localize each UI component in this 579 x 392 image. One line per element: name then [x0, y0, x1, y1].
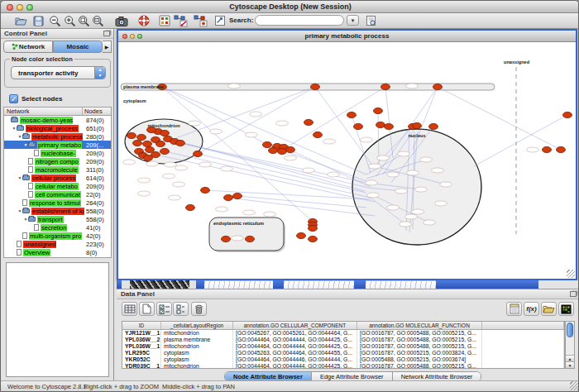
- gene-label-node[interactable]: [412, 209, 424, 214]
- tree-row[interactable]: cell communicat22(0): [4, 190, 111, 198]
- gene-label-node[interactable]: [246, 132, 258, 137]
- gene-node[interactable]: [376, 122, 385, 127]
- gene-label-node[interactable]: [367, 193, 380, 198]
- gene-label-node[interactable]: [169, 195, 181, 200]
- tree-row[interactable]: cellular metabo209(0): [4, 182, 111, 190]
- tab-mosaic[interactable]: Mosaic: [53, 41, 103, 53]
- gene-label-node[interactable]: [400, 222, 412, 227]
- gene-label-node[interactable]: [285, 155, 297, 160]
- select-nodes-row[interactable]: ✓ Select nodes: [9, 93, 62, 103]
- heatmap-icon[interactable]: [558, 302, 574, 316]
- gene-node[interactable]: [374, 108, 383, 113]
- snapshot-icon[interactable]: [114, 14, 129, 27]
- nucleus-region[interactable]: [352, 129, 481, 245]
- search-dropdown-icon[interactable]: ▼: [347, 15, 359, 26]
- gene-node[interactable]: [309, 225, 318, 231]
- gene-node[interactable]: [543, 146, 552, 152]
- gene-label-node[interactable]: [361, 137, 373, 142]
- scroll-up-icon[interactable]: ▲: [566, 355, 574, 361]
- tree-row[interactable]: response to stimul264(0): [4, 198, 111, 207]
- tree-row[interactable]: multi-organism pro42(0): [4, 232, 111, 240]
- gene-node[interactable]: [304, 119, 313, 125]
- gene-label-node[interactable]: [276, 121, 289, 126]
- background-window-edge[interactable]: [273, 280, 284, 289]
- background-window-thumbnail[interactable]: [366, 280, 436, 289]
- gene-label-node[interactable]: [175, 165, 188, 170]
- gene-node[interactable]: [269, 147, 278, 153]
- scroll-down-icon[interactable]: ▼: [566, 361, 574, 368]
- gene-node[interactable]: [160, 130, 170, 136]
- select-attributes-icon[interactable]: [156, 302, 172, 316]
- gene-node[interactable]: [381, 84, 390, 89]
- gene-label-node[interactable]: [210, 129, 223, 134]
- tree-row[interactable]: unassigned223(0): [4, 240, 111, 248]
- create-attribute-icon[interactable]: [139, 302, 155, 316]
- tree-row[interactable]: ▼transport558(0): [4, 215, 111, 223]
- gene-label-node[interactable]: [328, 172, 340, 177]
- gene-label-node[interactable]: [369, 164, 381, 169]
- gene-node[interactable]: [354, 123, 363, 129]
- tree-column-nodes[interactable]: Nodes: [83, 108, 111, 115]
- zoom-in-icon[interactable]: [62, 14, 77, 27]
- gene-label-node[interactable]: [435, 201, 447, 206]
- gene-node[interactable]: [263, 141, 272, 147]
- help-icon[interactable]: [136, 14, 151, 27]
- column-header-region[interactable]: _cellularLayoutRegion: [161, 322, 233, 329]
- gene-label-node[interactable]: [165, 162, 177, 167]
- tree-row[interactable]: macromolecule311(0): [4, 165, 111, 174]
- tree-row[interactable]: secretion41(0): [4, 223, 111, 232]
- gene-label-node[interactable]: [243, 210, 256, 215]
- tree-row[interactable]: nitrogen compo209(0): [4, 157, 111, 165]
- gene-label-node[interactable]: [250, 112, 262, 117]
- gene-node[interactable]: [278, 148, 287, 154]
- network-canvas[interactable]: plasma membrane cytoplasm mitochondrion …: [118, 42, 576, 279]
- gene-label-node[interactable]: [387, 172, 400, 177]
- node-color-select[interactable]: transporter activity ▲▼: [11, 66, 106, 79]
- gene-node[interactable]: [143, 141, 152, 146]
- edge[interactable]: [156, 155, 375, 202]
- background-window-edge[interactable]: [354, 280, 366, 289]
- function-builder-icon[interactable]: f(x): [524, 302, 539, 316]
- main-titlebar[interactable]: Cytoscape Desktop (New Session): [1, 1, 579, 13]
- gene-label-node[interactable]: [173, 182, 185, 187]
- background-window-thumbnail[interactable]: [204, 280, 273, 289]
- gene-node[interactable]: [246, 236, 255, 241]
- save-session-icon[interactable]: [31, 14, 45, 27]
- table-row[interactable]: YKR052Ccytoplasm[GO:0044464, GO:0044446,…: [122, 356, 564, 363]
- scrollbar-thumb[interactable]: [567, 323, 573, 337]
- table-scrollbar[interactable]: ▲ ▼: [565, 321, 575, 369]
- select-nodes-checkbox[interactable]: ✓: [9, 94, 18, 103]
- import-attributes-icon[interactable]: [541, 302, 557, 316]
- search-options-icon[interactable]: [363, 14, 378, 27]
- gene-node[interactable]: [194, 151, 203, 156]
- gene-node[interactable]: [186, 204, 195, 210]
- gene-label-node[interactable]: [232, 236, 244, 241]
- gene-label-node[interactable]: [199, 162, 212, 167]
- gene-label-node[interactable]: [407, 170, 419, 175]
- gene-label-node[interactable]: [527, 147, 539, 152]
- column-header-cellular-component[interactable]: annotation.GO CELLULAR_COMPONENT: [233, 322, 357, 329]
- window-resize-grip[interactable]: [570, 381, 579, 390]
- float-panel-icon[interactable]: [103, 31, 110, 36]
- table-row[interactable]: YPL036W__1mitochondrion[GO:0044464, GO:0…: [122, 343, 564, 350]
- search-input[interactable]: [255, 15, 344, 26]
- gene-node[interactable]: [127, 132, 136, 138]
- gene-node[interactable]: [429, 123, 438, 129]
- gene-node[interactable]: [201, 187, 210, 193]
- tree-column-network[interactable]: Network: [4, 108, 83, 115]
- background-window-edge[interactable]: [117, 280, 122, 289]
- column-header-id[interactable]: ID: [122, 322, 161, 329]
- more-tabs-icon[interactable]: ▶: [103, 41, 112, 53]
- zoom-fit-icon[interactable]: [90, 14, 105, 27]
- background-window-edge[interactable]: [196, 280, 204, 289]
- table-row[interactable]: YDR039C__1mitochondrion[GO:0044464, GO:0…: [122, 363, 564, 369]
- table-row[interactable]: YJR121W__1mitochondrion[GO:0045267, GO:0…: [122, 330, 564, 337]
- gene-node[interactable]: [224, 194, 233, 200]
- gene-label-node[interactable]: [405, 214, 418, 219]
- gene-label-node[interactable]: [398, 151, 410, 156]
- table-row[interactable]: YPL036W__2plasma membrane[GO:0044464, GO…: [122, 337, 564, 343]
- gene-label-node[interactable]: [138, 191, 151, 196]
- create-edit-network-icon[interactable]: [173, 14, 188, 27]
- annotation-icon[interactable]: [213, 14, 227, 27]
- gene-label-node[interactable]: [406, 84, 419, 88]
